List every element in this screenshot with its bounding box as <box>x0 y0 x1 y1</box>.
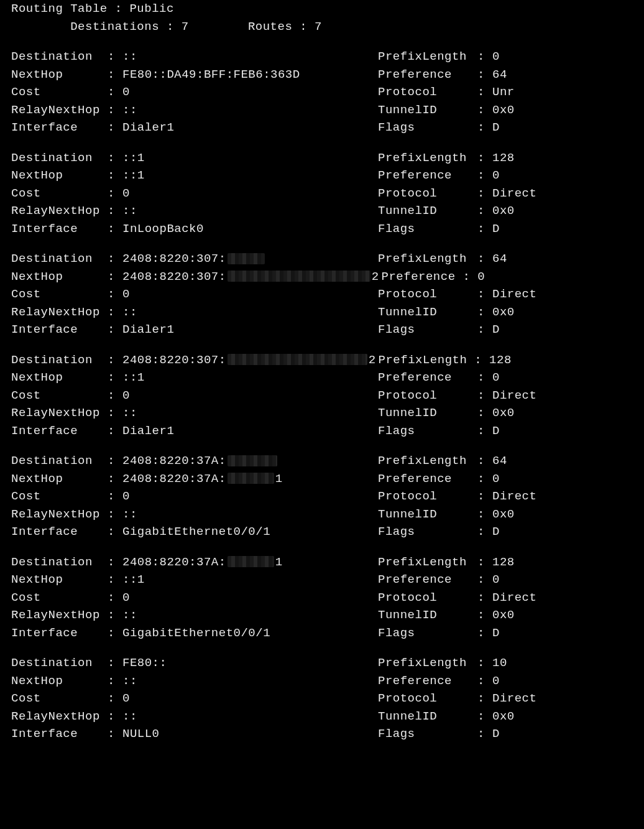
preference-label: Preference <box>378 369 477 387</box>
interface-label: Interface <box>11 725 108 743</box>
tunnelid-value: 0x0 <box>492 202 515 220</box>
protocol-label: Protocol <box>378 83 477 101</box>
cost-label: Cost <box>11 185 108 203</box>
relaynexthop-label: RelayNextHop <box>11 506 108 524</box>
tunnelid-label: TunnelID <box>378 202 477 220</box>
tunnelid-label: TunnelID <box>378 708 477 726</box>
protocol-value: Direct <box>492 185 536 203</box>
tunnelid-label: TunnelID <box>378 101 477 119</box>
interface-label: Interface <box>11 220 108 238</box>
redacted-segment <box>228 455 277 466</box>
redacted-segment <box>228 556 274 567</box>
preference-value: 0 <box>492 470 500 488</box>
destination-value: 2408:8220:307:2 PrefixLength : 128 <box>122 351 638 369</box>
routing-table-title: Routing Table : Public <box>11 0 638 18</box>
interface-label: Interface <box>11 119 108 137</box>
destination-label: Destination <box>11 250 108 268</box>
protocol-label: Protocol <box>378 488 477 506</box>
tunnelid-label: TunnelID <box>378 506 477 524</box>
routing-table-header: Routing Table : Public Destinations : 7 … <box>11 0 638 35</box>
protocol-value: Direct <box>492 488 536 506</box>
preference-value: 0 <box>492 672 500 690</box>
flags-label: Flags <box>378 624 477 642</box>
protocol-label: Protocol <box>378 185 477 203</box>
flags-value: D <box>492 523 500 541</box>
interface-label: Interface <box>11 624 108 642</box>
route-entry: Destination:::1PrefixLength:128NextHop::… <box>11 149 638 238</box>
protocol-label: Protocol <box>378 589 477 607</box>
destination-label: Destination <box>11 48 108 66</box>
prefixlength-label: PrefixLength <box>378 452 477 470</box>
flags-label: Flags <box>378 523 477 541</box>
prefixlength-label: PrefixLength <box>378 48 477 66</box>
route-entry: Destination:2408:8220:307:2 PrefixLength… <box>11 351 638 440</box>
preference-inline: Preference : 0 <box>382 268 485 286</box>
interface-label: Interface <box>11 321 108 339</box>
protocol-value: Unr <box>492 83 515 101</box>
protocol-label: Protocol <box>378 387 477 405</box>
prefixlength-value: 128 <box>492 149 515 167</box>
nexthop-value: 2408:8220:307:2 Preference : 0 <box>122 268 638 286</box>
flags-value: D <box>492 725 500 743</box>
preference-label: Preference <box>378 672 477 690</box>
protocol-value: Direct <box>492 589 536 607</box>
tunnelid-value: 0x0 <box>492 506 515 524</box>
relaynexthop-label: RelayNextHop <box>11 303 108 322</box>
preference-label: Preference <box>378 470 477 488</box>
destination-label: Destination <box>11 149 108 167</box>
tunnelid-label: TunnelID <box>378 303 477 322</box>
prefixlength-inline: PrefixLength : 128 <box>379 351 512 369</box>
protocol-value: Direct <box>492 285 536 303</box>
cost-label: Cost <box>11 488 108 506</box>
preference-value: 0 <box>492 167 500 185</box>
flags-value: D <box>492 422 500 440</box>
preference-label: Preference <box>378 66 477 84</box>
preference-value: 0 <box>492 571 500 589</box>
relaynexthop-label: RelayNextHop <box>11 606 108 624</box>
relaynexthop-label: RelayNextHop <box>11 404 108 422</box>
preference-value: 0 <box>492 369 500 387</box>
protocol-value: Direct <box>492 387 536 405</box>
cost-label: Cost <box>11 690 108 708</box>
routes-label: Routes : <box>248 20 307 34</box>
preference-value: 64 <box>492 66 507 84</box>
prefixlength-value: 0 <box>492 48 500 66</box>
redacted-segment <box>228 473 274 484</box>
prefixlength-label: PrefixLength <box>378 654 477 672</box>
route-entry: Destination:2408:8220:307:PrefixLength:6… <box>11 250 638 339</box>
tunnelid-value: 0x0 <box>492 101 515 119</box>
route-entry: Destination:2408:8220:37A:PrefixLength:6… <box>11 452 638 541</box>
relaynexthop-label: RelayNextHop <box>11 708 108 726</box>
relaynexthop-label: RelayNextHop <box>11 101 108 119</box>
flags-value: D <box>492 624 500 642</box>
flags-label: Flags <box>378 725 477 743</box>
cost-label: Cost <box>11 387 108 405</box>
route-entry: Destination:::PrefixLength:0NextHop:FE80… <box>11 48 638 137</box>
nexthop-label: NextHop <box>11 167 108 185</box>
cost-label: Cost <box>11 589 108 607</box>
tunnelid-label: TunnelID <box>378 606 477 624</box>
prefixlength-value: 128 <box>492 553 515 572</box>
route-entry: Destination:FE80::PrefixLength:10NextHop… <box>11 654 638 743</box>
destination-label: Destination <box>11 452 108 470</box>
tunnelid-label: TunnelID <box>378 404 477 422</box>
redacted-segment <box>228 253 265 264</box>
nexthop-label: NextHop <box>11 672 108 690</box>
cost-label: Cost <box>11 285 108 303</box>
prefixlength-value: 64 <box>492 250 507 268</box>
prefixlength-label: PrefixLength <box>378 553 477 572</box>
protocol-label: Protocol <box>378 285 477 303</box>
destination-label: Destination <box>11 553 108 572</box>
routing-table-summary: Destinations : 7 Routes : 7 <box>11 18 638 36</box>
preference-label: Preference <box>378 167 477 185</box>
tunnelid-value: 0x0 <box>492 303 515 322</box>
prefixlength-label: PrefixLength <box>378 149 477 167</box>
interface-label: Interface <box>11 523 108 541</box>
nexthop-label: NextHop <box>11 66 108 84</box>
prefixlength-label: PrefixLength <box>378 250 477 268</box>
flags-label: Flags <box>378 422 477 440</box>
destination-label: Destination <box>11 351 108 369</box>
flags-label: Flags <box>378 321 477 339</box>
tunnelid-value: 0x0 <box>492 606 515 624</box>
routes-value: 7 <box>315 20 322 34</box>
